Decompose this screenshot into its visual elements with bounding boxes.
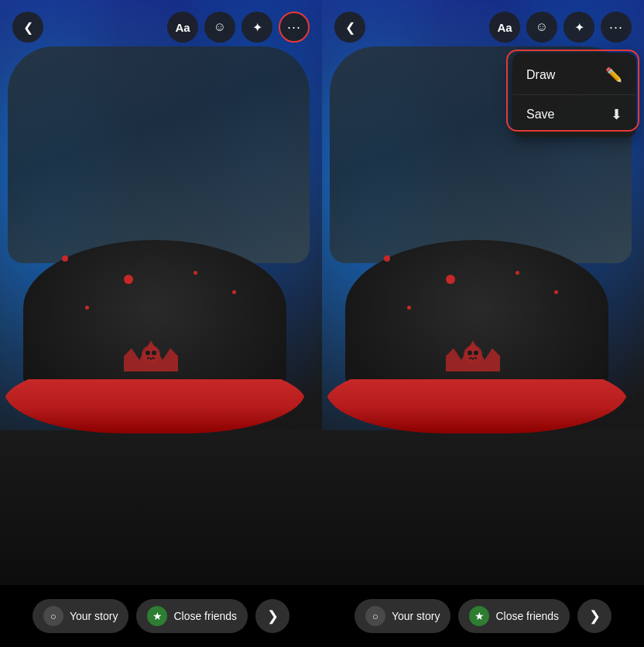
right-panel: ❮ Aa ☺ ✦ ··· Draw ✏️ Save ⬇ xyxy=(322,0,644,647)
emoji-icon-left: ☺ xyxy=(214,20,226,34)
hat-dot-1 xyxy=(62,255,68,262)
hat-dot-r2 xyxy=(446,275,455,284)
star-icon-right: ★ xyxy=(474,610,485,622)
your-story-label-left: Your story xyxy=(70,610,118,622)
your-story-label-right: Your story xyxy=(392,610,440,622)
text-button-right[interactable]: Aa xyxy=(489,12,520,43)
svg-point-2 xyxy=(152,351,156,355)
hat-dot-r3 xyxy=(516,271,519,275)
draw-label: Draw xyxy=(526,68,555,82)
emoji-button-left[interactable]: ☺ xyxy=(204,12,235,43)
arrow-button-left[interactable]: ❯ xyxy=(255,599,289,633)
back-button-right[interactable]: ❮ xyxy=(334,12,365,43)
green-star-right: ★ xyxy=(469,606,489,626)
story-icon-left: ○ xyxy=(50,611,57,622)
hat-dot-r1 xyxy=(384,255,390,262)
hat-dot-r5 xyxy=(407,306,411,310)
green-star-left: ★ xyxy=(147,606,167,626)
svg-point-5 xyxy=(474,351,478,355)
more-icon-right: ··· xyxy=(609,19,623,36)
arrow-button-right[interactable]: ❯ xyxy=(577,599,611,633)
emoji-icon-right: ☺ xyxy=(536,20,548,34)
hat-dot-3 xyxy=(194,271,197,275)
save-menu-item[interactable]: Save ⬇ xyxy=(512,95,636,134)
arrow-icon-right: ❯ xyxy=(589,608,601,625)
more-button-right[interactable]: ··· xyxy=(601,12,632,43)
hat-dot-2 xyxy=(124,275,133,284)
more-button-left[interactable]: ··· xyxy=(279,12,310,43)
close-friends-label-left: Close friends xyxy=(173,610,237,622)
toolbar-right-left: Aa ☺ ✦ ··· xyxy=(167,12,310,43)
sparkle-icon-left: ✦ xyxy=(252,20,262,35)
desk-surface xyxy=(0,430,322,585)
close-friends-button-left[interactable]: ★ Close friends xyxy=(136,599,248,633)
svg-point-4 xyxy=(468,351,472,355)
text-icon-left: Aa xyxy=(175,21,190,34)
svg-point-1 xyxy=(146,351,150,355)
hat-logo xyxy=(116,333,186,379)
story-icon-circle-right: ○ xyxy=(365,606,385,626)
draw-icon: ✏️ xyxy=(605,67,622,84)
text-icon-right: Aa xyxy=(497,21,512,34)
close-friends-label-right: Close friends xyxy=(495,610,559,622)
left-panel: ❮ Aa ☺ ✦ ··· ○ Your story ★ xyxy=(0,0,322,647)
sparkle-icon-right: ✦ xyxy=(574,20,584,35)
save-icon: ⬇ xyxy=(611,106,622,123)
more-icon-left: ··· xyxy=(287,19,301,36)
story-icon-circle-left: ○ xyxy=(43,606,63,626)
back-button[interactable]: ❮ xyxy=(12,12,43,43)
svg-point-0 xyxy=(142,345,160,364)
hat-dot-4 xyxy=(232,290,236,294)
hat-dot-r4 xyxy=(554,290,558,294)
sparkle-button-left[interactable]: ✦ xyxy=(242,12,272,43)
toolbar-right-right: Aa ☺ ✦ ··· xyxy=(489,12,632,43)
hat-logo-right xyxy=(438,333,508,379)
svg-point-3 xyxy=(464,345,482,364)
story-icon-right: ○ xyxy=(372,611,379,622)
right-toolbar: ❮ Aa ☺ ✦ ··· xyxy=(322,0,644,54)
desk-surface-right xyxy=(322,430,644,585)
your-story-button-right[interactable]: ○ Your story xyxy=(355,599,451,633)
back-icon: ❮ xyxy=(23,20,33,35)
left-toolbar: ❮ Aa ☺ ✦ ··· xyxy=(0,0,322,54)
sparkle-button-right[interactable]: ✦ xyxy=(564,12,594,43)
arrow-icon-left: ❯ xyxy=(267,608,279,625)
back-icon-right: ❮ xyxy=(345,20,355,35)
your-story-button-left[interactable]: ○ Your story xyxy=(33,599,129,633)
star-icon-left: ★ xyxy=(152,610,163,622)
left-bottom-bar: ○ Your story ★ Close friends ❯ xyxy=(0,585,322,647)
close-friends-button-right[interactable]: ★ Close friends xyxy=(458,599,570,633)
text-button-left[interactable]: Aa xyxy=(167,12,198,43)
chair-back xyxy=(8,46,310,263)
right-bottom-bar: ○ Your story ★ Close friends ❯ xyxy=(322,585,644,647)
emoji-button-right[interactable]: ☺ xyxy=(526,12,557,43)
draw-menu-item[interactable]: Draw ✏️ xyxy=(512,56,636,95)
dropdown-menu: Draw ✏️ Save ⬇ xyxy=(512,53,636,137)
save-label: Save xyxy=(526,108,554,122)
hat-dot-5 xyxy=(85,306,89,310)
